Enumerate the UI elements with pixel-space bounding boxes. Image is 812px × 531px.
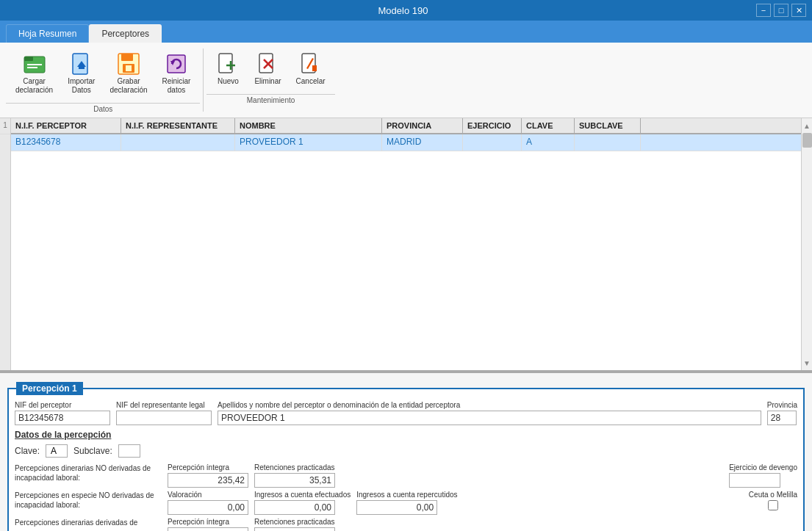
svg-rect-20 xyxy=(312,65,317,71)
eliminar-label: Eliminar xyxy=(254,77,281,86)
field-nif-perceptor: NIF del perceptor xyxy=(15,401,110,425)
importar-icon xyxy=(70,52,93,76)
row2-ingresos-repercutidos: Ingresos a cuenta repercutidos xyxy=(356,491,457,515)
cell-clave: A xyxy=(522,134,575,151)
cancelar-label: Cancelar xyxy=(296,77,326,86)
toolbar: Cargardeclaración ImportarDatos xyxy=(0,43,812,118)
row2-ceuta: Ceuta o Melilla xyxy=(749,491,797,510)
row3-ret-label: Retenciones practicadas xyxy=(254,518,335,526)
row2-ic-input[interactable] xyxy=(254,500,335,515)
row2-ic-label: Ingresos a cuenta efectuados xyxy=(254,491,351,499)
percepcion-row-3: Percepciones dinerarias derivadas de Per… xyxy=(15,518,797,531)
toolbar-datos-buttons: Cargardeclaración ImportarDatos xyxy=(6,46,200,101)
close-button[interactable]: ✕ xyxy=(791,4,806,17)
grid-header: N.I.F. PERCEPTOR N.I.F. REPRESENTANTE NO… xyxy=(11,118,801,134)
title-bar: Modelo 190 − □ ✕ xyxy=(0,0,812,21)
row1-ret-input[interactable] xyxy=(254,473,335,488)
row3-pi-label: Percepción íntegra xyxy=(168,518,248,526)
svg-rect-8 xyxy=(121,54,133,61)
subclave-label-text: Subclave: xyxy=(73,446,112,456)
svg-rect-3 xyxy=(27,67,37,68)
grabar-icon xyxy=(117,52,140,76)
nuevo-icon xyxy=(216,52,240,76)
svg-rect-1 xyxy=(24,57,33,61)
row3-retenciones: Retenciones practicadas xyxy=(254,518,335,531)
ceuta-checkbox[interactable] xyxy=(768,500,778,510)
eliminar-icon xyxy=(256,52,280,76)
toolbar-datos-label: Datos xyxy=(6,103,200,115)
toolbar-mantenimiento-label: Mantenimiento xyxy=(206,94,334,106)
row1-ej-label: Ejercicio de devengo xyxy=(729,463,797,472)
window-controls: − □ ✕ xyxy=(756,4,806,17)
nif-perceptor-input[interactable] xyxy=(15,411,110,425)
nuevo-label: Nuevo xyxy=(218,77,239,86)
row2-ir-label: Ingresos a cuenta repercutidos xyxy=(356,491,457,499)
row-numbers: 1 xyxy=(0,118,11,370)
row3-percepcion-integra: Percepción íntegra xyxy=(168,518,248,531)
toolbar-group-datos: Cargardeclaración ImportarDatos xyxy=(6,46,200,115)
subclave-input[interactable] xyxy=(118,444,140,458)
importar-button[interactable]: ImportarDatos xyxy=(61,48,101,98)
col-header-provincia: PROVINCIA xyxy=(382,118,463,133)
row3-label: Percepciones dinerarias derivadas de xyxy=(15,518,162,527)
cell-nif-perceptor: B12345678 xyxy=(11,134,121,151)
row3-pi-input[interactable] xyxy=(168,527,248,531)
nif-representante-input[interactable] xyxy=(116,411,212,425)
provincia-label: Provincia xyxy=(767,401,797,409)
cargar-button[interactable]: Cargardeclaración xyxy=(9,48,60,98)
eliminar-button[interactable]: Eliminar xyxy=(248,48,287,90)
percepcion-form-row-1: NIF del perceptor NIF del representante … xyxy=(15,401,797,425)
row1-retenciones: Retenciones practicadas xyxy=(254,463,335,488)
nif-representante-label: NIF del representante legal xyxy=(116,401,212,409)
row2-val-input[interactable] xyxy=(168,500,248,515)
provincia-input[interactable] xyxy=(767,411,797,425)
reiniciar-button[interactable]: Reiniciardatos xyxy=(156,48,198,98)
cell-nif-representante xyxy=(121,134,235,151)
cancelar-button[interactable]: Cancelar xyxy=(290,48,332,90)
svg-rect-2 xyxy=(27,64,42,65)
row1-ej-input[interactable] xyxy=(729,473,780,488)
restore-button[interactable]: □ xyxy=(774,4,788,17)
row2-ceuta-label: Ceuta o Melilla xyxy=(749,491,797,499)
field-provincia: Provincia xyxy=(767,401,797,425)
col-header-ejercicio: EJERCICIO xyxy=(463,118,522,133)
svg-rect-11 xyxy=(168,55,185,73)
cargar-label: Cargardeclaración xyxy=(15,77,53,95)
cancelar-icon xyxy=(299,52,323,76)
tab-hoja-resumen[interactable]: Hoja Resumen xyxy=(6,24,89,43)
minimize-button[interactable]: − xyxy=(756,4,771,17)
row1-percepcion-integra: Percepción íntegra xyxy=(168,463,248,488)
row1-pi-input[interactable] xyxy=(168,473,248,488)
reiniciar-icon xyxy=(165,52,188,76)
grabar-button[interactable]: Grabardeclaración xyxy=(103,48,154,98)
row2-ir-input[interactable] xyxy=(356,500,437,515)
row1-ret-label: Retenciones practicadas xyxy=(254,463,335,472)
row1-ejercicio: Ejercicio de devengo xyxy=(729,463,797,488)
vertical-scrollbar[interactable]: ▲ ▼ xyxy=(801,118,812,370)
percepcion-title: Percepción 1 xyxy=(16,382,83,395)
apellidos-label: Apellidos y nombre del perceptor o denom… xyxy=(218,401,761,409)
row1-label: Percepciones dinerarias NO derivadas de … xyxy=(15,463,162,483)
window-title: Modelo 190 xyxy=(50,5,756,16)
row1-pi-label: Percepción íntegra xyxy=(168,463,248,472)
reiniciar-label: Reiniciardatos xyxy=(162,77,191,95)
bottom-panel: Percepción 1 NIF del perceptor NIF del r… xyxy=(0,372,812,531)
row3-ret-input[interactable] xyxy=(254,527,335,531)
nif-perceptor-label: NIF del perceptor xyxy=(15,401,110,409)
toolbar-separator-1 xyxy=(203,48,204,112)
tab-perceptores[interactable]: Perceptores xyxy=(89,24,162,43)
cell-provincia: MADRID xyxy=(382,134,463,151)
nuevo-button[interactable]: Nuevo xyxy=(209,48,246,90)
scrollbar-thumb[interactable] xyxy=(802,133,812,148)
col-header-nif-perceptor: N.I.F. PERCEPTOR xyxy=(11,118,121,133)
col-header-subclave: SUBCLAVE xyxy=(575,118,641,133)
grid-container[interactable]: N.I.F. PERCEPTOR N.I.F. REPRESENTANTE NO… xyxy=(11,118,801,370)
clave-input[interactable] xyxy=(46,444,68,458)
tab-bar: Hoja Resumen Perceptores xyxy=(0,21,812,43)
svg-rect-6 xyxy=(79,67,85,69)
row2-val-label: Valoración xyxy=(168,491,248,499)
importar-label: ImportarDatos xyxy=(68,77,95,95)
table-row[interactable]: B12345678 PROVEEDOR 1 MADRID A xyxy=(11,134,801,151)
apellidos-input[interactable] xyxy=(218,411,761,425)
clave-label-text: Clave: xyxy=(15,446,40,456)
